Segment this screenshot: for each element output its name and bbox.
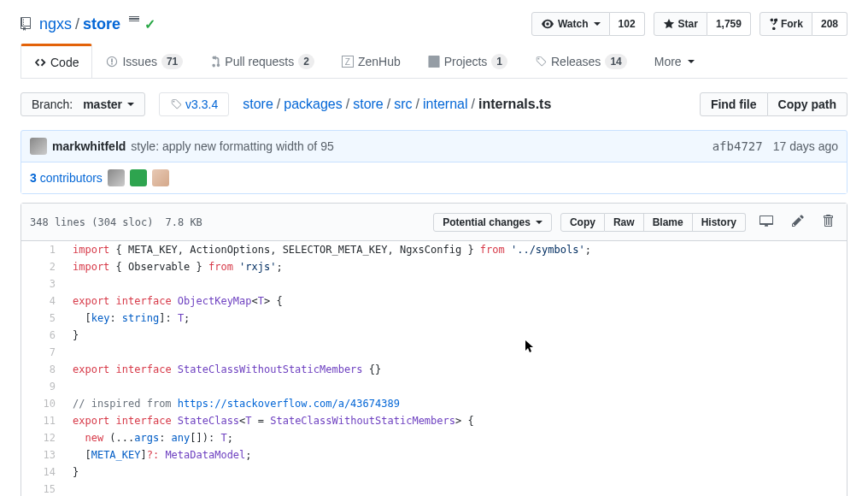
commit-date: 17 days ago <box>773 139 838 153</box>
tag-icon <box>170 98 182 110</box>
tab-projects[interactable]: Projects1 <box>414 44 521 78</box>
blame-button[interactable]: Blame <box>644 213 693 232</box>
code-icon <box>34 56 46 68</box>
avatar[interactable] <box>108 169 125 186</box>
code-view: 1import { META_KEY, ActionOptions, SELEC… <box>21 241 847 496</box>
avatar[interactable] <box>130 169 147 186</box>
star-button[interactable]: Star <box>654 12 707 36</box>
tab-issues[interactable]: Issues71 <box>92 44 196 78</box>
pencil-icon[interactable] <box>787 210 809 233</box>
tab-more[interactable]: More <box>641 44 708 78</box>
eye-icon <box>541 18 554 30</box>
pr-icon <box>210 56 220 68</box>
project-icon <box>428 56 440 68</box>
copy-path-button[interactable]: Copy path <box>768 92 847 116</box>
tag-icon <box>535 56 547 68</box>
repo-owner-link[interactable]: ngxs <box>39 15 72 33</box>
bc-store[interactable]: store <box>243 97 273 111</box>
repo-icon <box>21 17 34 31</box>
bc-packages[interactable]: packages <box>284 97 343 111</box>
desktop-icon[interactable] <box>754 210 778 233</box>
trash-icon[interactable] <box>818 210 838 233</box>
tab-zenhub[interactable]: Z ZenHub <box>328 44 414 78</box>
bc-store2[interactable]: store <box>353 97 384 111</box>
avatar[interactable] <box>30 138 47 155</box>
avatar[interactable] <box>152 169 169 186</box>
file-size: 7.8 KB <box>166 216 202 228</box>
copy-button[interactable]: Copy <box>560 213 605 232</box>
issue-icon <box>106 56 118 68</box>
fork-count[interactable]: 208 <box>812 12 847 36</box>
watch-button[interactable]: Watch <box>531 12 610 36</box>
branch-selector[interactable]: Branch: master <box>21 92 145 116</box>
contributors-link[interactable]: 3 contributors <box>30 171 103 185</box>
repo-name-link[interactable]: store <box>83 15 120 33</box>
tag-link[interactable]: v3.3.4 <box>159 92 229 116</box>
star-count[interactable]: 1,759 <box>707 12 751 36</box>
watch-count[interactable]: 102 <box>610 12 645 36</box>
status-check-icon[interactable]: ✓ <box>144 16 155 32</box>
tab-code[interactable]: Code <box>21 44 92 78</box>
file-line-count: 348 lines (304 sloc) <box>30 216 154 228</box>
tab-releases[interactable]: Releases14 <box>521 44 641 78</box>
find-file-button[interactable]: Find file <box>700 92 768 116</box>
commit-message[interactable]: style: apply new formatting width of 95 <box>131 139 333 153</box>
repo-menu-icon[interactable] <box>129 16 139 32</box>
bc-src[interactable]: src <box>394 97 412 111</box>
zenhub-icon: Z <box>342 56 354 68</box>
tab-pulls[interactable]: Pull requests2 <box>196 44 328 78</box>
fork-button[interactable]: Fork <box>760 12 812 36</box>
commit-sha[interactable]: afb4727 <box>713 139 763 153</box>
raw-button[interactable]: Raw <box>605 213 644 232</box>
repo-title: ngxs / store ✓ <box>21 15 155 33</box>
potential-changes-button[interactable]: Potential changes <box>433 213 552 232</box>
fork-icon <box>769 18 777 30</box>
history-button[interactable]: History <box>693 213 746 232</box>
bc-internal[interactable]: internal <box>423 97 467 111</box>
bc-file: internals.ts <box>478 97 551 111</box>
breadcrumb: store/packages/store/src/internal/intern… <box>243 97 551 112</box>
commit-author[interactable]: markwhitfeld <box>52 139 126 153</box>
star-icon <box>663 18 675 30</box>
